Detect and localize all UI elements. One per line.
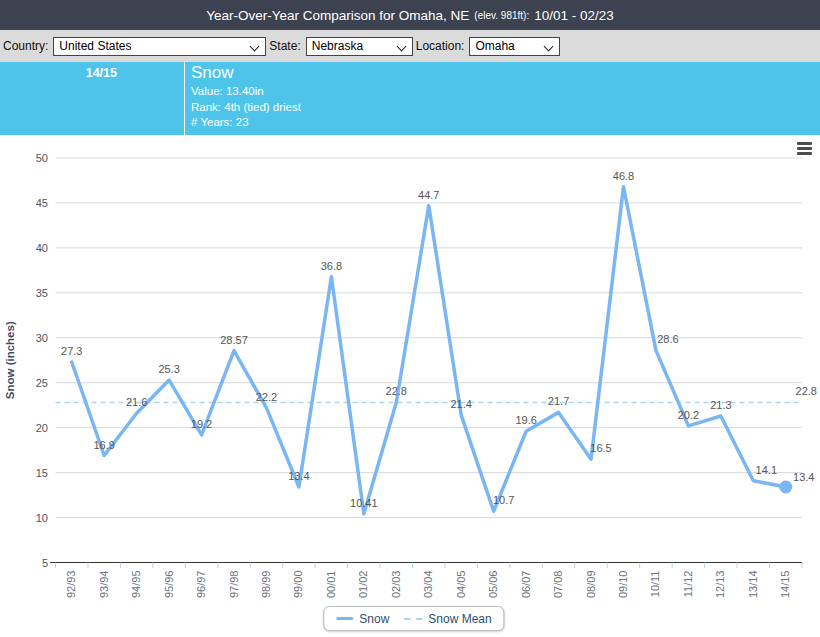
svg-text:04/05: 04/05 (455, 571, 467, 599)
legend-label: Snow Mean (428, 612, 491, 626)
svg-text:21.4: 21.4 (450, 398, 471, 410)
svg-text:94/95: 94/95 (130, 571, 142, 599)
y-axis-labels: 5101520253035404550 (36, 152, 48, 569)
svg-text:09/10: 09/10 (617, 571, 629, 599)
x-axis-labels: 92/9393/9494/9595/9696/9797/9898/9999/00… (65, 571, 791, 599)
svg-text:13/14: 13/14 (747, 571, 759, 599)
filter-bar: Country: United States State: Nebraska L… (0, 30, 820, 62)
svg-text:95/96: 95/96 (163, 571, 175, 599)
svg-text:36.8: 36.8 (321, 260, 342, 272)
svg-text:99/00: 99/00 (292, 571, 304, 599)
svg-text:15: 15 (36, 467, 48, 479)
export-menu-button[interactable] (797, 142, 812, 155)
svg-text:28.57: 28.57 (220, 334, 248, 346)
svg-text:50: 50 (36, 152, 48, 164)
svg-text:10/11: 10/11 (649, 571, 661, 598)
svg-text:98/99: 98/99 (260, 571, 272, 599)
svg-text:10.41: 10.41 (350, 497, 378, 509)
svg-text:44.7: 44.7 (418, 189, 439, 201)
svg-text:92/93: 92/93 (65, 571, 77, 599)
y-axis-title: Snow (inches) (4, 321, 16, 399)
x-axis (50, 563, 802, 569)
location-label: Location: (416, 39, 465, 53)
state-select-value: Nebraska (312, 39, 363, 53)
svg-text:22.8: 22.8 (796, 385, 817, 397)
chart-legend: Snow Snow Mean (323, 606, 504, 631)
svg-text:35: 35 (36, 287, 48, 299)
svg-text:5: 5 (42, 557, 48, 569)
svg-text:27.3: 27.3 (61, 345, 82, 357)
info-divider (184, 62, 185, 135)
hover-value: Value: 13.40in (191, 84, 301, 100)
svg-text:93/94: 93/94 (98, 571, 110, 599)
svg-text:10: 10 (36, 512, 48, 524)
dashed-line-swatch-icon (404, 618, 422, 620)
svg-text:14/15: 14/15 (779, 571, 791, 599)
svg-text:05/06: 05/06 (487, 571, 499, 599)
hamburger-menu-icon (797, 147, 812, 150)
chevron-down-icon (250, 41, 260, 51)
svg-text:11/12: 11/12 (682, 571, 694, 598)
page-title-elevation: (elev. 981ft): (474, 10, 529, 21)
page-title-date-range: 10/01 - 02/23 (534, 8, 614, 23)
svg-text:20: 20 (36, 422, 48, 434)
chevron-down-icon (396, 41, 406, 51)
svg-text:02/03: 02/03 (390, 571, 402, 599)
svg-text:46.8: 46.8 (613, 170, 634, 182)
svg-text:03/04: 03/04 (422, 571, 434, 599)
state-label: State: (269, 39, 300, 53)
svg-text:08/09: 08/09 (585, 571, 597, 599)
svg-text:16.5: 16.5 (590, 442, 611, 454)
hover-tooltip: Snow Value: 13.40in Rank: 4th (tied) dri… (191, 63, 301, 131)
svg-text:22.2: 22.2 (256, 391, 277, 403)
hover-rank: Rank: 4th (tied) driest (191, 100, 301, 116)
snow-mean-line: 22.8 (56, 385, 818, 403)
country-select-value: United States (59, 39, 131, 53)
svg-text:13.4: 13.4 (288, 470, 309, 482)
snow-chart: 92/9393/9494/9595/9696/9797/9898/9999/00… (0, 137, 820, 637)
svg-text:21.7: 21.7 (548, 395, 569, 407)
page-title: Year-Over-Year Comparison for Omaha, NE (206, 8, 469, 23)
svg-text:40: 40 (36, 242, 48, 254)
svg-text:25.3: 25.3 (158, 363, 179, 375)
country-label: Country: (3, 39, 48, 53)
svg-text:12/13: 12/13 (714, 571, 726, 599)
svg-text:21.3: 21.3 (710, 399, 731, 411)
location-select-value: Omaha (475, 39, 514, 53)
svg-text:19.6: 19.6 (515, 414, 536, 426)
svg-text:21.6: 21.6 (126, 396, 147, 408)
state-select[interactable]: Nebraska (306, 37, 413, 56)
hover-info-bar: 14/15 Snow Value: 13.40in Rank: 4th (tie… (0, 62, 820, 135)
hamburger-menu-icon (797, 142, 812, 145)
hover-years: # Years: 23 (191, 115, 301, 131)
legend-item-snow[interactable]: Snow (336, 612, 389, 626)
hovered-point-marker[interactable] (779, 480, 792, 493)
svg-text:20.2: 20.2 (678, 409, 699, 421)
svg-text:30: 30 (36, 332, 48, 344)
svg-text:01/02: 01/02 (357, 571, 369, 599)
svg-text:14.1: 14.1 (756, 464, 777, 476)
svg-text:00/01: 00/01 (325, 571, 337, 599)
country-select[interactable]: United States (53, 37, 266, 56)
svg-text:10.7: 10.7 (493, 494, 514, 506)
svg-text:96/97: 96/97 (195, 571, 207, 599)
svg-text:45: 45 (36, 197, 48, 209)
svg-text:07/08: 07/08 (552, 571, 564, 599)
svg-text:19.2: 19.2 (191, 418, 212, 430)
svg-text:06/07: 06/07 (520, 571, 532, 599)
hamburger-menu-icon (797, 152, 812, 155)
svg-text:97/98: 97/98 (228, 571, 240, 599)
legend-item-snow-mean[interactable]: Snow Mean (404, 612, 491, 626)
chevron-down-icon (544, 41, 554, 51)
svg-text:22.8: 22.8 (386, 385, 407, 397)
hover-period: 14/15 (60, 66, 117, 80)
legend-label: Snow (359, 612, 389, 626)
snow-series-line (72, 187, 786, 514)
svg-text:13.4: 13.4 (793, 471, 814, 483)
location-select[interactable]: Omaha (469, 37, 560, 56)
svg-text:25: 25 (36, 377, 48, 389)
svg-text:28.6: 28.6 (657, 333, 678, 345)
solid-line-swatch-icon (336, 617, 353, 620)
hover-series-name: Snow (191, 63, 301, 83)
page-header: Year-Over-Year Comparison for Omaha, NE … (0, 0, 820, 30)
